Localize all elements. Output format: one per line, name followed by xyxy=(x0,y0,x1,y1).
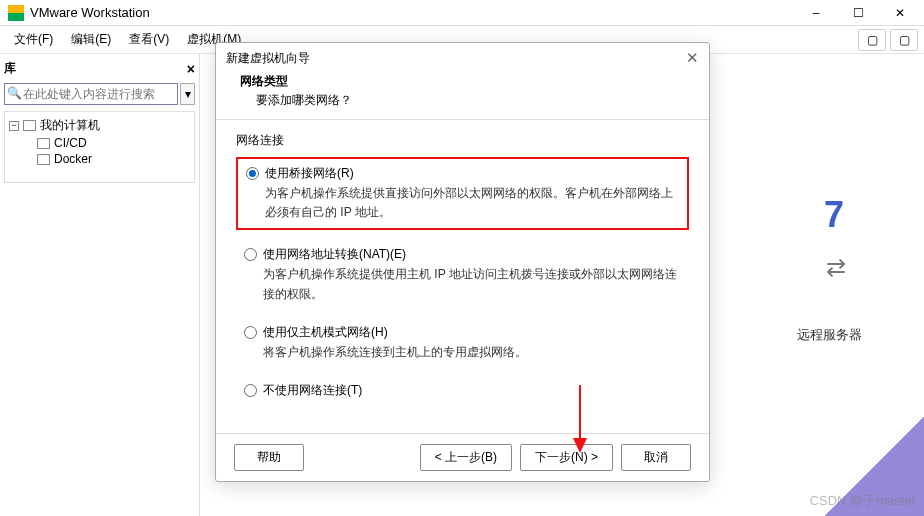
dialog-subheading: 要添加哪类网络？ xyxy=(240,92,693,109)
computer-icon xyxy=(23,120,36,131)
radio-option-none[interactable]: 不使用网络连接(T) xyxy=(236,378,689,403)
menu-file[interactable]: 文件(F) xyxy=(6,27,61,52)
sidebar-close-icon[interactable]: × xyxy=(187,61,195,77)
radio-nat-label: 使用网络地址转换(NAT)(E) xyxy=(263,246,406,263)
search-dropdown-button[interactable]: ▾ xyxy=(180,83,195,105)
dialog-body: 网络连接 使用桥接网络(R) 为客户机操作系统提供直接访问外部以太网网络的权限。… xyxy=(216,120,709,433)
window-controls: – ☐ ✕ xyxy=(796,1,920,25)
maximize-button[interactable]: ☐ xyxy=(838,1,878,25)
radio-option-bridged[interactable]: 使用桥接网络(R) 为客户机操作系统提供直接访问外部以太网网络的权限。客户机在外… xyxy=(236,157,689,230)
next-button[interactable]: 下一步(N) > xyxy=(520,444,613,471)
radio-option-hostonly[interactable]: 使用仅主机模式网络(H) 将客户机操作系统连接到主机上的专用虚拟网络。 xyxy=(236,320,689,366)
dialog-subheader: 网络类型 要添加哪类网络？ xyxy=(216,73,709,120)
titlebar: VMware Workstation – ☐ ✕ xyxy=(0,0,924,26)
tree-collapse-icon[interactable]: − xyxy=(9,121,19,131)
close-button[interactable]: ✕ xyxy=(880,1,920,25)
sidebar-title: 库 xyxy=(4,60,16,77)
sidebar-search: 🔍 ▾ xyxy=(4,83,195,105)
radio-nat-desc: 为客户机操作系统提供使用主机 IP 地址访问主机拨号连接或外部以太网网络连接的权… xyxy=(263,265,681,303)
search-icon: 🔍 xyxy=(7,86,22,100)
toolbar-button-1[interactable]: ▢ xyxy=(858,29,886,51)
menu-edit[interactable]: 编辑(E) xyxy=(63,27,119,52)
back-button[interactable]: < 上一步(B) xyxy=(420,444,512,471)
radio-bridged-input[interactable] xyxy=(246,167,259,180)
tree-item-label: CI/CD xyxy=(54,136,87,150)
tree-item[interactable]: Docker xyxy=(9,151,190,167)
remote-server-label: 远程服务器 xyxy=(797,326,862,344)
dialog-footer: 帮助 < 上一步(B) 下一步(N) > 取消 xyxy=(216,433,709,481)
tree-item[interactable]: CI/CD xyxy=(9,135,190,151)
radio-bridged-desc: 为客户机操作系统提供直接访问外部以太网网络的权限。客户机在外部网络上必须有自己的… xyxy=(265,184,679,222)
search-input[interactable] xyxy=(4,83,178,105)
radio-none-input[interactable] xyxy=(244,384,257,397)
help-button[interactable]: 帮助 xyxy=(234,444,304,471)
window-title: VMware Workstation xyxy=(30,5,796,20)
cancel-button[interactable]: 取消 xyxy=(621,444,691,471)
radio-hostonly-input[interactable] xyxy=(244,326,257,339)
vmware-logo-icon xyxy=(8,5,24,21)
menu-view[interactable]: 查看(V) xyxy=(121,27,177,52)
vm-tree: − 我的计算机 CI/CD Docker xyxy=(4,111,195,183)
tree-root[interactable]: − 我的计算机 xyxy=(9,116,190,135)
swap-icon: ⇄ xyxy=(826,254,846,282)
dialog-close-icon[interactable]: ✕ xyxy=(686,49,699,67)
toolbar-button-2[interactable]: ▢ xyxy=(890,29,918,51)
tree-root-label: 我的计算机 xyxy=(40,117,100,134)
vm-icon xyxy=(37,154,50,165)
new-vm-wizard-dialog: 新建虚拟机向导 ✕ 网络类型 要添加哪类网络？ 网络连接 使用桥接网络(R) 为… xyxy=(215,42,710,482)
toolbar: ▢ ▢ xyxy=(858,29,918,51)
radio-nat-input[interactable] xyxy=(244,248,257,261)
radio-option-nat[interactable]: 使用网络地址转换(NAT)(E) 为客户机操作系统提供使用主机 IP 地址访问主… xyxy=(236,242,689,307)
dialog-header: 新建虚拟机向导 ✕ xyxy=(216,43,709,73)
dialog-title: 新建虚拟机向导 xyxy=(226,50,310,67)
radio-hostonly-label: 使用仅主机模式网络(H) xyxy=(263,324,388,341)
background-number: 7 xyxy=(824,194,844,236)
radio-hostonly-desc: 将客户机操作系统连接到主机上的专用虚拟网络。 xyxy=(263,343,681,362)
radio-none-label: 不使用网络连接(T) xyxy=(263,382,362,399)
dialog-heading: 网络类型 xyxy=(240,73,693,90)
vm-icon xyxy=(37,138,50,149)
radio-bridged-label: 使用桥接网络(R) xyxy=(265,165,354,182)
minimize-button[interactable]: – xyxy=(796,1,836,25)
sidebar-header: 库 × xyxy=(4,58,195,83)
tree-item-label: Docker xyxy=(54,152,92,166)
watermark: CSDN @子master xyxy=(810,492,916,510)
sidebar: 库 × 🔍 ▾ − 我的计算机 CI/CD Docker xyxy=(0,54,200,516)
network-group-label: 网络连接 xyxy=(236,132,689,149)
